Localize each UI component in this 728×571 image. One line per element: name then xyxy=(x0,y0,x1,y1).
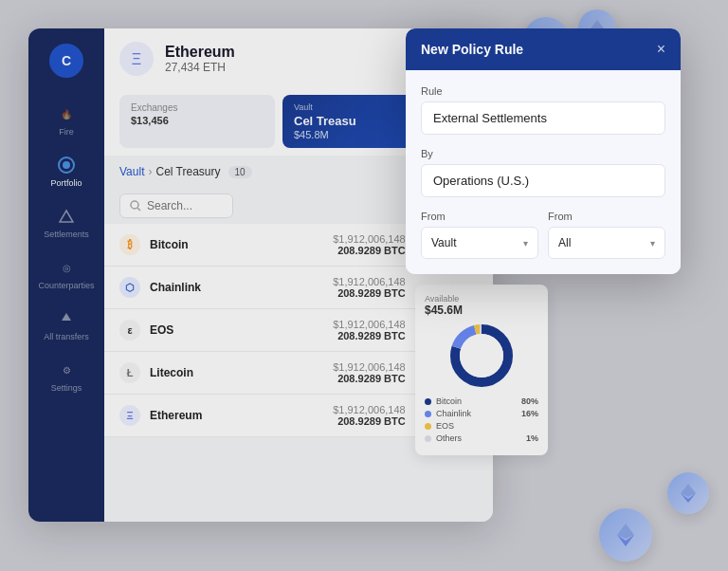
chevron-down-icon-1: ▾ xyxy=(523,238,528,249)
modal-close-button[interactable]: × xyxy=(657,42,665,57)
from-label-2: From xyxy=(548,211,665,222)
from-select-1[interactable]: Vault ▾ xyxy=(421,227,538,259)
form-col-from1: From Vault ▾ xyxy=(421,211,538,259)
from-label-1: From xyxy=(421,211,538,222)
form-col-from2: From All ▾ xyxy=(548,211,665,259)
from-value-1: Vault xyxy=(431,236,456,249)
form-row-from: From Vault ▾ From All ▾ xyxy=(421,211,665,259)
from-select-2[interactable]: All ▾ xyxy=(548,227,665,259)
chevron-down-icon-2: ▾ xyxy=(650,238,655,249)
form-group-rule: Rule External Settlements xyxy=(421,85,665,135)
by-label: By xyxy=(421,148,665,159)
by-value: Operations (U.S.) xyxy=(421,164,665,197)
modal-new-policy-rule: New Policy Rule × Rule External Settleme… xyxy=(406,28,681,274)
modal-body: Rule External Settlements By Operations … xyxy=(406,70,681,274)
rule-value: External Settlements xyxy=(421,101,665,135)
from-value-2: All xyxy=(558,236,571,249)
modal-overlay: New Policy Rule × Rule External Settleme… xyxy=(0,0,728,571)
modal-title: New Policy Rule xyxy=(421,42,523,57)
modal-header: New Policy Rule × xyxy=(406,28,681,70)
form-group-by: By Operations (U.S.) xyxy=(421,148,665,197)
rule-label: Rule xyxy=(421,85,665,97)
